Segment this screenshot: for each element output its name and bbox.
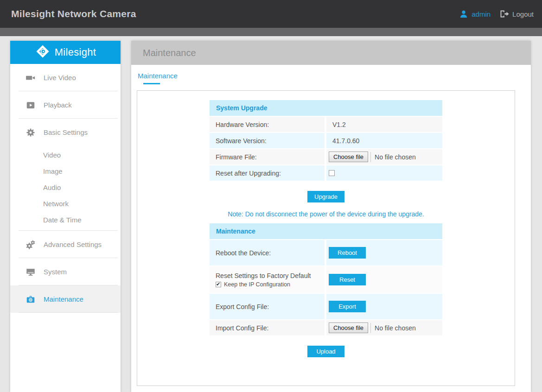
sidebar-item-basic-settings[interactable]: Basic Settings (10, 119, 121, 146)
logout-link[interactable]: Logout (512, 10, 534, 18)
main-body: Maintenance System Upgrade Hardware Vers… (131, 65, 531, 392)
row-value-firmware-file: Choose file No file chosen (326, 149, 442, 164)
row-value-export-config: Export (326, 294, 442, 319)
firmware-file-status: No file chosen (375, 153, 416, 161)
export-button[interactable]: Export (329, 301, 366, 312)
file-divider (370, 323, 371, 333)
page-title: Maintenance (143, 48, 196, 58)
row-label-software-version: Software Version: (210, 133, 325, 148)
tab-maintenance[interactable]: Maintenance (138, 72, 178, 84)
sidebar-item-advanced-settings[interactable]: Advanced Settings (10, 231, 121, 258)
import-choose-file-button[interactable]: Choose file (329, 322, 368, 333)
playback-icon (26, 100, 36, 110)
sidebar-item-playback[interactable]: Playback (10, 91, 121, 119)
section-header-maintenance: Maintenance (210, 223, 442, 239)
keep-ip-configuration-label[interactable]: Keep the IP Configuration (224, 281, 290, 288)
page-header: Maintenance (131, 41, 531, 65)
app-title: Milesight Network Camera (11, 8, 136, 19)
brand-name: Milesight (55, 46, 96, 58)
upgrade-note: Note: Do not disconnect the power of the… (210, 210, 442, 218)
table-row: Hardware Version: V1.2 (210, 117, 442, 132)
row-value-software-version: 41.7.0.60 (326, 133, 442, 148)
sidebar-item-label: Live Video (44, 74, 76, 82)
sidebar-subitem-date-time[interactable]: Date & Time (10, 212, 121, 228)
reset-settings-label: Reset Settings to Factory Default (216, 272, 311, 279)
import-file-control: Choose file No file chosen (329, 322, 416, 333)
sidebar-subitem-network[interactable]: Network (10, 196, 121, 212)
reboot-button[interactable]: Reboot (329, 247, 366, 259)
sidebar-item-label: Basic Settings (44, 128, 88, 136)
maintenance-panel: System Upgrade Hardware Version: V1.2 So… (137, 90, 515, 386)
tab-label: Maintenance (138, 72, 178, 80)
row-value-reboot: Reboot (326, 240, 442, 266)
user-area: admin Logout (459, 9, 534, 19)
toolbox-icon (26, 294, 36, 304)
sidebar-subitem-video[interactable]: Video (10, 147, 121, 163)
table-row: Software Version: 41.7.0.60 (210, 133, 442, 148)
row-value-hardware-version: V1.2 (326, 117, 442, 132)
sidebar-subitem-audio[interactable]: Audio (10, 179, 121, 196)
reset-after-upgrading-checkbox[interactable] (329, 170, 335, 176)
main-content: Maintenance Maintenance System Upgrade H… (131, 41, 531, 392)
row-value-reset-after-upgrading (326, 165, 442, 181)
reset-button[interactable]: Reset (329, 274, 366, 285)
firmware-file-control: Choose file No file chosen (329, 152, 416, 162)
row-value-reset-settings: Reset (326, 266, 442, 293)
sidebar-menu: Live Video Playback (10, 64, 121, 392)
table-row: Export Config File: Export (210, 294, 442, 319)
topbar: Milesight Network Camera admin Logout (0, 0, 542, 28)
sidebar-item-system[interactable]: System (10, 258, 121, 285)
table-row: Import Config File: Choose file No file … (210, 320, 442, 335)
table-row: Reset after Upgrading: (210, 165, 442, 181)
row-value-import-config: Choose file No file chosen (326, 320, 442, 335)
section-header-system-upgrade: System Upgrade (210, 100, 442, 116)
brand-logo: Milesight (10, 41, 121, 64)
sidebar: Milesight Live Video Playback (10, 41, 121, 392)
gear-icon (26, 127, 36, 138)
page: Milesight Live Video Playback (0, 36, 542, 392)
row-label-reboot: Reboot the Device: (210, 240, 325, 266)
row-label-reset-settings: Reset Settings to Factory Default Keep t… (210, 266, 325, 293)
firmware-choose-file-button[interactable]: Choose file (329, 152, 368, 162)
milesight-logo-icon (35, 44, 51, 61)
keep-ip-line: Keep the IP Configuration (216, 281, 311, 288)
form-area: System Upgrade Hardware Version: V1.2 So… (210, 100, 442, 357)
table-row: Firmware File: Choose file No file chose… (210, 149, 442, 164)
upgrade-action: Upgrade (210, 191, 442, 202)
table-row: Reset Settings to Factory Default Keep t… (210, 266, 442, 293)
upload-button[interactable]: Upload (307, 346, 344, 357)
row-label-firmware-file: Firmware File: (210, 149, 325, 164)
table-row: Reboot the Device: Reboot (210, 240, 442, 266)
logout-icon[interactable] (499, 9, 509, 19)
sidebar-item-label: Maintenance (44, 295, 83, 303)
video-camera-icon (26, 73, 36, 83)
sidebar-item-label: Playback (44, 101, 72, 109)
monitor-icon (26, 267, 36, 277)
topbar-substrip (0, 28, 542, 36)
gears-icon (26, 240, 36, 250)
row-label-hardware-version: Hardware Version: (210, 117, 325, 132)
row-label-reset-after-upgrading: Reset after Upgrading: (210, 165, 325, 181)
upload-action: Upload (210, 346, 442, 357)
file-divider (370, 152, 371, 162)
sidebar-item-maintenance[interactable]: Maintenance (10, 285, 121, 313)
sidebar-item-label: Advanced Settings (44, 240, 102, 248)
upgrade-button[interactable]: Upgrade (307, 191, 344, 202)
row-label-export-config: Export Config File: (210, 294, 325, 319)
user-icon (459, 9, 468, 19)
user-name-link[interactable]: admin (472, 10, 491, 18)
row-label-import-config: Import Config File: (210, 320, 325, 335)
basic-settings-submenu: Video Image Audio Network Date & Time (10, 146, 121, 231)
sidebar-item-label: System (44, 268, 67, 276)
sidebar-item-live-video[interactable]: Live Video (10, 64, 121, 91)
keep-ip-configuration-checkbox[interactable] (216, 282, 221, 287)
sidebar-subitem-image[interactable]: Image (10, 163, 121, 179)
import-file-status: No file chosen (375, 324, 416, 332)
tab-active-underline (143, 83, 160, 84)
